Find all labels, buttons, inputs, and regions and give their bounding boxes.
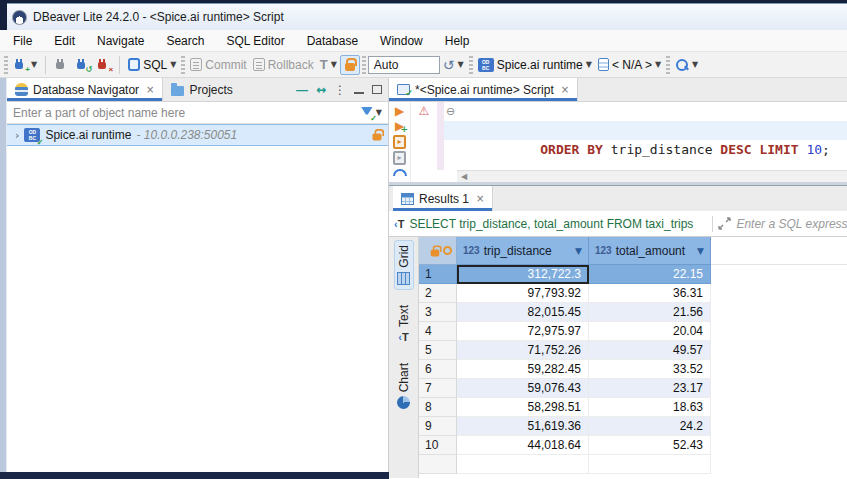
menu-window[interactable]: Window [380, 34, 423, 48]
cell-total-amount[interactable]: 36.31 [589, 284, 711, 303]
rollback-button[interactable]: Rollback [250, 56, 317, 74]
cell-total-amount[interactable]: 33.52 [589, 360, 711, 379]
connection-tree-item[interactable]: › ODBC Spice.ai runtime - 10.0.0.238:500… [7, 124, 388, 146]
transaction-log-button[interactable]: ↺ ▼ [440, 56, 467, 74]
cell-total-amount[interactable]: 21.56 [589, 303, 711, 322]
search-button[interactable]: ▼ [672, 56, 701, 74]
close-tab-icon[interactable]: × [146, 84, 154, 95]
cell-trip-distance[interactable]: 71,752.26 [457, 341, 589, 360]
script-settings-icon[interactable]: ▸ [393, 151, 406, 165]
tab-sql-script[interactable]: *<Spice.ai runtime> Script × [389, 78, 578, 101]
sql-editor-button[interactable]: SQL ▼ [125, 56, 179, 74]
table-row[interactable]: 1312,722.322.15 [419, 265, 847, 284]
active-connection-selector[interactable]: ODBC Spice.ai runtime ▼ [475, 56, 595, 74]
table-row[interactable]: 951,619.3624.2 [419, 417, 847, 436]
minimize-panel-icon[interactable] [354, 91, 364, 94]
row-number[interactable]: 6 [419, 360, 457, 379]
row-number[interactable]: 5 [419, 341, 457, 360]
table-row[interactable]: 1044,018.6452.43 [419, 436, 847, 455]
cell-total-amount[interactable]: 24.2 [589, 417, 711, 436]
cell-trip-distance[interactable]: 72,975.97 [457, 322, 589, 341]
cell-trip-distance[interactable]: 312,722.3 [457, 265, 589, 284]
cell-total-amount[interactable]: 22.15 [589, 265, 711, 284]
sort-icon[interactable]: ▼ [697, 246, 704, 256]
scroll-left-icon[interactable]: ◀ [461, 172, 467, 181]
tab-results-1[interactable]: Results 1 × [393, 186, 493, 211]
menu-file[interactable]: File [13, 34, 32, 48]
menu-sql-editor[interactable]: SQL Editor [226, 34, 284, 48]
tab-projects[interactable]: Projects [163, 78, 240, 101]
collapse-all-icon[interactable]: — [296, 83, 308, 97]
disconnect-button[interactable]: × [93, 56, 114, 74]
row-number[interactable]: 4 [419, 322, 457, 341]
commit-button[interactable]: Commit [187, 56, 249, 74]
column-header-total-amount[interactable]: 123 total_amount ▼ [589, 237, 711, 265]
tab-database-navigator[interactable]: Database Navigator × [7, 78, 163, 101]
filter-icon[interactable] [360, 106, 374, 120]
execute-statement-icon[interactable]: ▶ [395, 105, 404, 118]
titlebar[interactable]: DBeaver Lite 24.2.0 - <Spice.ai runtime>… [0, 3, 847, 30]
sql-code[interactable]: ⊖SELECT trip_distance, total_amount FROM… [444, 102, 847, 170]
row-number[interactable]: 7 [419, 379, 457, 398]
object-filter-input[interactable] [7, 103, 360, 123]
sql-editor[interactable]: ▶ ▶ ▸ ▸ ⚠ ⊖SELECT trip_distance, total_a… [389, 102, 847, 182]
cell-total-amount[interactable]: 18.63 [589, 398, 711, 417]
view-tab-grid[interactable]: Grid [394, 240, 414, 290]
table-row[interactable]: 571,752.2649.57 [419, 341, 847, 360]
cell-total-amount[interactable]: 52.43 [589, 436, 711, 455]
table-row[interactable]: 472,975.9720.04 [419, 322, 847, 341]
column-header-trip-distance[interactable]: 123 trip_distance ▼ [457, 237, 589, 265]
explain-plan-icon[interactable] [393, 169, 407, 176]
sql-editor-dropdown[interactable]: ▼ [170, 60, 176, 69]
cell-trip-distance[interactable]: 58,298.51 [457, 398, 589, 417]
row-number[interactable]: 10 [419, 436, 457, 455]
row-number[interactable]: 9 [419, 417, 457, 436]
execute-script-icon[interactable]: ▸ [393, 135, 406, 149]
execute-new-tab-icon[interactable]: ▶ [395, 120, 404, 133]
view-menu-icon[interactable]: ⋮ [334, 83, 346, 97]
view-tab-text[interactable]: Text ‹T [394, 300, 414, 348]
cell-total-amount[interactable]: 23.17 [589, 379, 711, 398]
new-connection-button[interactable]: + ▼ [10, 56, 40, 74]
cell-trip-distance[interactable]: 82,015.45 [457, 303, 589, 322]
row-number[interactable]: 1 [419, 265, 457, 284]
history-dropdown[interactable]: ▼ [458, 60, 464, 69]
fold-icon[interactable]: ⊖ [446, 102, 455, 121]
results-grid[interactable]: 123 trip_distance ▼ 123 total_amount ▼ 1… [419, 237, 847, 478]
sql-line-2[interactable]: ORDER BY trip_distance DESC LIMIT 10; [444, 121, 847, 140]
menu-help[interactable]: Help [445, 34, 470, 48]
row-number[interactable]: 2 [419, 284, 457, 303]
view-tab-chart[interactable]: Chart [394, 358, 414, 414]
table-row[interactable]: 858,298.5118.63 [419, 398, 847, 417]
cell-total-amount[interactable]: 20.04 [589, 322, 711, 341]
table-row[interactable]: 759,076.4323.17 [419, 379, 847, 398]
database-dropdown[interactable]: ▼ [655, 60, 661, 69]
cell-trip-distance[interactable]: 44,018.64 [457, 436, 589, 455]
table-row[interactable]: 382,015.4521.56 [419, 303, 847, 322]
link-with-editor-icon[interactable]: ↔ [316, 83, 326, 97]
sql-line-1[interactable]: ⊖SELECT trip_distance, total_amount FROM… [444, 102, 847, 121]
table-row[interactable]: 297,793.9236.31 [419, 284, 847, 303]
expand-chevron-icon[interactable]: › [15, 129, 19, 142]
table-row[interactable]: 659,282.4533.52 [419, 360, 847, 379]
sql-expression-input[interactable]: Enter a SQL expression to [736, 217, 847, 231]
cell-trip-distance[interactable]: 59,076.43 [457, 379, 589, 398]
cell-trip-distance[interactable]: 97,793.92 [457, 284, 589, 303]
search-dropdown[interactable]: ▼ [692, 60, 698, 69]
new-connection-dropdown[interactable]: ▼ [31, 60, 37, 69]
autocommit-combo[interactable]: Auto [368, 56, 440, 74]
reconnect-button[interactable]: ↺ [72, 56, 93, 74]
menu-edit[interactable]: Edit [54, 34, 75, 48]
row-number[interactable]: 8 [419, 398, 457, 417]
transaction-lock-toggle[interactable] [340, 55, 360, 75]
expand-icon[interactable] [718, 217, 731, 230]
menu-database[interactable]: Database [307, 34, 358, 48]
transaction-mode-button[interactable]: T ▼ [317, 55, 340, 74]
cell-trip-distance[interactable]: 59,282.45 [457, 360, 589, 379]
close-tab-icon[interactable]: × [476, 193, 484, 204]
active-database-selector[interactable]: < N/A > ▼ [595, 56, 664, 74]
row-number[interactable]: 3 [419, 303, 457, 322]
grid-corner-cell[interactable] [419, 237, 457, 265]
connect-button[interactable] [51, 56, 72, 74]
toolbar-drag-handle[interactable] [4, 56, 8, 74]
